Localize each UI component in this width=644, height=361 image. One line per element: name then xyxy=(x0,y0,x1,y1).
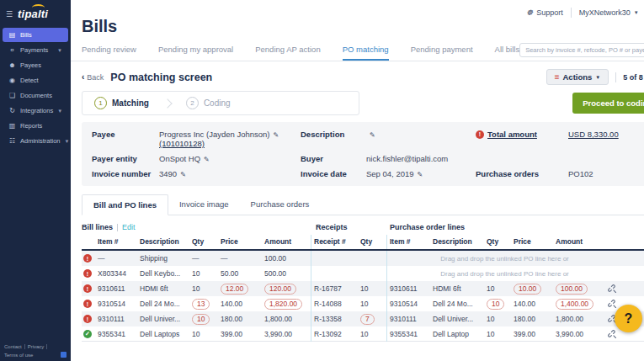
terms-link[interactable]: Terms of use xyxy=(4,353,33,358)
support-link[interactable]: ☸ Support xyxy=(526,8,563,17)
back-label: Back xyxy=(87,73,104,82)
po-amount-cell: 1,400.00 xyxy=(553,296,605,311)
receipt-qty-cell: 10 xyxy=(358,296,386,311)
sidebar-item-documents[interactable]: ❏ Documents xyxy=(3,88,68,103)
sidebar-item-payees[interactable]: ☻ Payees xyxy=(3,58,68,72)
invoice-number: 3490 xyxy=(159,169,177,178)
edit-payee-icon[interactable]: ✎ xyxy=(273,131,279,139)
tab-purchase-orders[interactable]: Purchase orders xyxy=(240,194,321,215)
total-amount-value-wrap: USD 8,330.00 xyxy=(568,130,644,139)
contact-link[interactable]: Contact xyxy=(4,344,22,349)
bill-desc-cell: Dell Keybo... xyxy=(137,266,189,281)
row-status: ! xyxy=(82,311,95,326)
error-icon: ! xyxy=(83,269,92,278)
po-qty-cell: 10 xyxy=(484,296,511,311)
table-row: ! 9310111 Dell Univer... 10 180.00 1,800… xyxy=(82,311,644,326)
sidebar-item-detect[interactable]: ◉ Detect xyxy=(3,73,68,88)
breadcrumb: ‹ Back PO matching screen ≡ Actions ▼ 5 … xyxy=(71,61,644,91)
sidebar-item-administration[interactable]: ☷ Administration ▼ xyxy=(3,134,68,148)
invoice-details-panel: Payee Progress Inc (Jayden Johnson)✎ (10… xyxy=(82,122,644,186)
bill-price-cell: 12.00 xyxy=(218,281,262,296)
po-drop-zone[interactable]: Drag and drop the unlinked PO line here … xyxy=(386,251,622,266)
bill-amount-cell: 500.00 xyxy=(262,266,311,281)
payer-entity-value: OnSpot HQ✎ xyxy=(159,154,301,163)
matching-table: Bill lines Edit Receipts Purchase order … xyxy=(82,220,644,342)
payee-name: Progress Inc (Jayden Johnson) xyxy=(159,130,269,139)
tab-pending-my-approval[interactable]: Pending my approval xyxy=(158,45,233,61)
sidebar-item-payments[interactable]: ¤ Payments ▼ xyxy=(3,43,68,57)
account-menu[interactable]: MyXNetwork30 ▼ xyxy=(579,8,639,17)
edit-description-icon[interactable]: ✎ xyxy=(370,131,375,139)
step-number: 1 xyxy=(94,97,107,109)
proceed-to-coding-button[interactable]: Proceed to coding xyxy=(572,93,644,114)
bill-price-cell: 50.00 xyxy=(218,266,262,281)
amount-mismatch-badge: 100.00 xyxy=(556,284,588,295)
edit-invoice-number-icon[interactable]: ✎ xyxy=(180,171,186,178)
caret-down-icon: ▼ xyxy=(595,75,600,80)
unlink-icon[interactable] xyxy=(608,300,617,309)
bill-desc-cell: Dell Univer... xyxy=(137,311,189,326)
actions-button[interactable]: ≡ Actions ▼ xyxy=(546,69,609,85)
caret-down-icon: ▼ xyxy=(57,109,62,114)
price-mismatch-badge: 12.00 xyxy=(221,284,248,295)
main-content: ☸ Support MyXNetwork30 ▼ ☻ Bills Pending… xyxy=(71,0,644,361)
tab-pending-ap-action[interactable]: Pending AP action xyxy=(255,45,320,61)
bill-desc-cell: Shipping xyxy=(137,251,189,266)
col-po-price: Price xyxy=(511,235,553,249)
sidebar-item-label: Integrations xyxy=(20,107,53,114)
po-price-cell: 10.00 xyxy=(511,281,553,296)
tab-pending-review[interactable]: Pending review xyxy=(82,45,136,61)
po-item-cell: 9310111 xyxy=(386,311,430,326)
bill-qty-cell: 10 xyxy=(189,281,218,296)
total-amount-value[interactable]: USD 8,330.00 xyxy=(568,130,619,139)
sidebar-item-reports[interactable]: ▥ Reports xyxy=(3,119,68,133)
unlink-icon[interactable] xyxy=(608,284,617,294)
payee-id-link[interactable]: (101010128) xyxy=(159,139,205,148)
qty-mismatch-badge: 10 xyxy=(192,314,210,325)
bill-qty-cell: 10 xyxy=(189,326,218,342)
help-button[interactable]: ? xyxy=(615,305,642,332)
po-amount-cell: 3,990.00 xyxy=(553,326,605,342)
bill-price-cell: 180.00 xyxy=(218,311,262,326)
payees-icon: ☻ xyxy=(8,61,16,69)
payee-value: Progress Inc (Jayden Johnson)✎ (10101012… xyxy=(159,130,301,148)
receipt-cell xyxy=(311,266,358,281)
col-receipt-qty: Qty xyxy=(358,235,386,249)
divider xyxy=(571,8,572,18)
back-button[interactable]: ‹ Back xyxy=(82,72,104,82)
privacy-link[interactable]: Privacy xyxy=(28,344,45,349)
description-label: Description xyxy=(301,130,366,139)
tab-po-matching[interactable]: PO matching xyxy=(343,45,389,61)
administration-icon: ☷ xyxy=(8,137,16,145)
po-item-cell: 9310514 xyxy=(386,296,430,311)
bill-price-cell: 399.00 xyxy=(218,326,262,342)
col-receipt: Receipt # xyxy=(311,235,358,249)
sidebar-item-label: Payees xyxy=(20,61,41,69)
documents-icon: ❏ xyxy=(8,92,16,99)
unlink-icon[interactable] xyxy=(608,330,617,339)
invoice-date: Sep 04, 2019 xyxy=(366,169,414,178)
receipt-qty-cell xyxy=(358,266,386,281)
tab-bill-and-po-lines[interactable]: Bill and PO lines xyxy=(82,194,168,215)
tab-invoice-image[interactable]: Invoice image xyxy=(168,194,240,215)
po-drop-zone[interactable]: Drag and drop the unlinked PO line here … xyxy=(386,266,622,281)
payer-entity-name: OnSpot HQ xyxy=(159,154,200,163)
menu-icon[interactable]: ☰ xyxy=(6,10,13,19)
tab-all-bills[interactable]: All bills xyxy=(495,45,520,61)
edit-invoice-date-icon[interactable]: ✎ xyxy=(418,171,423,178)
receipts-section-label: Receipts xyxy=(311,223,386,231)
tab-pending-payment[interactable]: Pending payment xyxy=(411,45,473,61)
sidebar-item-bills[interactable]: ▤ Bills xyxy=(3,28,68,42)
qty-mismatch-badge: 10 xyxy=(487,299,504,310)
edit-bill-lines-link[interactable]: Edit xyxy=(122,223,136,231)
caret-down-icon: ▼ xyxy=(57,48,62,53)
search-input[interactable] xyxy=(519,43,644,57)
edit-payer-entity-icon[interactable]: ✎ xyxy=(204,156,210,163)
actions-label: Actions xyxy=(562,72,592,82)
page-title: Bills xyxy=(82,17,644,36)
support-icon: ☸ xyxy=(526,8,533,17)
tipalti-logo: tipalti xyxy=(18,8,48,20)
sidebar-item-integrations[interactable]: ↻ Integrations ▼ xyxy=(3,104,68,118)
po-desc-cell: Dell Laptop xyxy=(430,326,484,342)
step-coding: 2 Coding xyxy=(186,97,231,109)
